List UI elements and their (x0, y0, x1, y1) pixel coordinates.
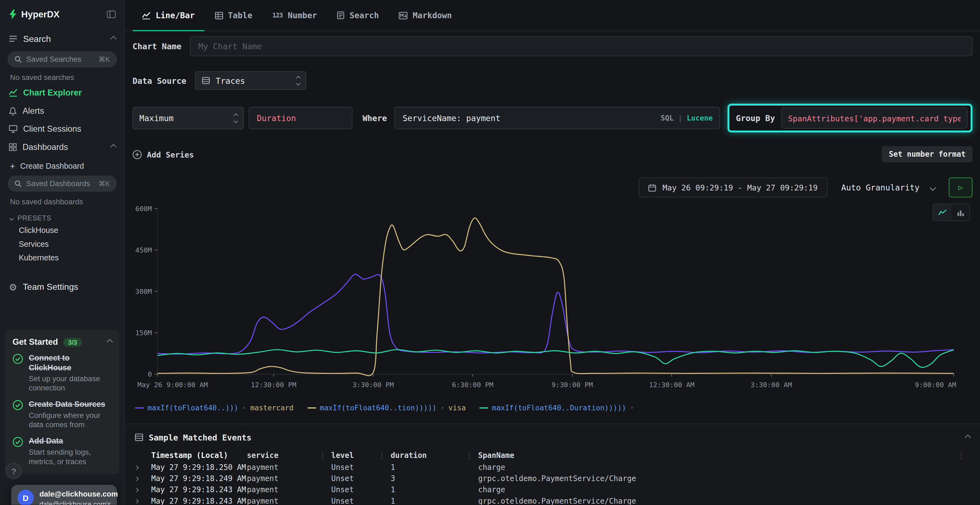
preset-item-kubernetes[interactable]: Kubernetes (0, 251, 124, 265)
user-account-chip[interactable]: D dale@clickhouse.com dale@clickhouse.co… (11, 485, 117, 505)
events-table-header: Timestamp (Local) service⋮ level⋮ durati… (135, 449, 970, 462)
tab-markdown[interactable]: Markdown (390, 0, 461, 31)
sql-mode-toggle[interactable]: SQL (661, 114, 674, 122)
table-row[interactable]: May 27 9:29:18.250 AMpaymentUnset1charge (135, 462, 970, 473)
aggregation-field-input[interactable] (249, 107, 353, 130)
legend-series-swatch (307, 407, 316, 409)
table-row[interactable]: May 27 9:29:18.243 AMpaymentUnset1grpc.o… (135, 495, 970, 505)
where-input-wrap: SQL | Lucene (395, 107, 720, 130)
legend-separator: · (242, 403, 247, 412)
user-org: dale@clickhouse.com's (40, 500, 118, 505)
tab-search[interactable]: Search (328, 0, 388, 31)
table-cell: payment (247, 463, 331, 472)
tab-label: Number (288, 11, 317, 20)
legend-item[interactable]: maxIf(toFloat640..)))·mastercard (135, 403, 293, 412)
table-row[interactable]: May 27 9:29:18.249 AMpaymentUnset3grpc.o… (135, 473, 970, 484)
tab-label: Search (350, 11, 379, 20)
help-button[interactable]: ? (6, 464, 21, 479)
row-expand-icon (134, 476, 139, 481)
tab-line-bar[interactable]: Line/Bar (132, 0, 204, 31)
chart-explorer-icon (9, 89, 18, 97)
sidebar-section-search[interactable]: Search (0, 27, 124, 48)
hyperdx-logo-icon (9, 9, 17, 19)
set-number-format-button[interactable]: Set number format (882, 146, 973, 162)
granularity-select[interactable]: Auto Granularity (841, 183, 935, 192)
check-circle-icon (13, 353, 23, 364)
column-header-spanname[interactable]: SpanName⋮ (478, 451, 970, 460)
preset-item-clickhouse[interactable]: ClickHouse (0, 224, 124, 238)
get-started-item-desc: Configure where your data comes from (29, 411, 112, 430)
column-header-service[interactable]: service⋮ (247, 451, 331, 460)
presets-header[interactable]: PRESETS (0, 208, 124, 224)
tab-table[interactable]: Table (205, 0, 262, 31)
bar-chart-toggle-icon[interactable] (951, 204, 969, 221)
table-cell: Unset (331, 497, 391, 505)
svg-text:300M: 300M (135, 287, 152, 295)
logo-row: HyperDX (0, 0, 124, 27)
data-source-select[interactable]: Traces (195, 71, 307, 90)
saved-searches-input[interactable]: Saved Searches ⌘K (8, 51, 117, 67)
add-series-button[interactable]: Add Series (132, 150, 194, 159)
shortcut-badge: ⌘K (99, 55, 110, 64)
table-menu-icon: ⋮ (958, 451, 965, 460)
get-started-item[interactable]: Connect to ClickHouse Set up your databa… (13, 353, 112, 393)
get-started-header[interactable]: Get Started 3/3 (13, 337, 112, 347)
chevron-up-icon (110, 144, 116, 150)
tab-number[interactable]: 123 Number (263, 0, 326, 31)
get-started-item[interactable]: Create Data Sources Configure where your… (13, 400, 112, 430)
line-chart-toggle-icon[interactable] (933, 204, 951, 221)
sidebar-item-chart-explorer[interactable]: Chart Explorer (0, 84, 124, 102)
svg-text:3:30:00 PM: 3:30:00 PM (353, 381, 394, 389)
line-chart[interactable]: 600M450M300M150M0May 26 9:00:00 AM12:30:… (132, 203, 973, 401)
preset-item-services[interactable]: Services (0, 237, 124, 251)
lucene-mode-toggle[interactable]: Lucene (687, 114, 713, 122)
chart-display-toggle (932, 203, 970, 221)
saved-dashboards-input[interactable]: Saved Dashboards ⌘K (8, 176, 117, 192)
column-header-level[interactable]: level⋮ (331, 451, 391, 460)
tab-label: Table (228, 11, 252, 20)
svg-text:450M: 450M (135, 246, 152, 254)
search-icon (14, 180, 22, 187)
sidebar-item-alerts[interactable]: Alerts (0, 102, 124, 120)
mode-divider: | (678, 114, 682, 122)
events-collapse-icon[interactable] (965, 434, 971, 440)
chart-legend: maxIf(toFloat640..)))·mastercardmaxIf(to… (135, 403, 973, 412)
get-started-item-title: Connect to ClickHouse (29, 353, 112, 373)
aggregation-select[interactable]: Maximum (132, 107, 244, 130)
sidebar-item-client-sessions[interactable]: Client Sessions (0, 120, 124, 138)
chevron-down-icon (9, 216, 14, 220)
group-by-input[interactable] (781, 108, 967, 129)
column-header-timestamp[interactable]: Timestamp (Local) (151, 451, 247, 460)
events-table-icon (135, 434, 143, 441)
table-cell: Unset (331, 474, 391, 483)
column-menu-icon: ⋮ (466, 451, 473, 460)
row-expand-icon (134, 465, 139, 469)
search-section-icon (9, 35, 18, 43)
legend-expression: maxIf(toFloat640..))) (148, 403, 239, 412)
legend-separator: · (441, 403, 445, 412)
bell-icon (9, 106, 17, 115)
search-icon (14, 56, 22, 63)
get-started-item[interactable]: Add Data Start sending logs, metrics, or… (13, 437, 112, 466)
create-dashboard-button[interactable]: + Create Dashboard (0, 156, 124, 172)
date-range-picker[interactable]: May 26 09:29:19 - May 27 09:29:19 (639, 178, 827, 197)
column-header-duration[interactable]: duration⋮ (391, 451, 478, 460)
run-query-button[interactable]: ▷ (949, 178, 972, 197)
table-cell: grpc.oteldemo.PaymentService/Charge (478, 474, 970, 483)
svg-text:600M: 600M (135, 205, 152, 213)
legend-item[interactable]: maxIf(toFloat640..Duration)))))· (479, 403, 638, 412)
sidebar-item-dashboards[interactable]: Dashboards (0, 138, 124, 156)
legend-item[interactable]: maxIf(toFloat640..tion)))))·visa (307, 403, 466, 412)
tab-label: Markdown (413, 11, 452, 20)
column-menu-icon: ⋮ (319, 451, 326, 460)
svg-text:12:30:00 AM: 12:30:00 AM (649, 381, 694, 389)
sidebar-collapse-icon[interactable] (107, 11, 116, 18)
where-label: Where (363, 113, 387, 123)
search-tab-icon (337, 11, 345, 19)
sidebar-item-team-settings[interactable]: ⚙ Team Settings (0, 275, 124, 295)
table-row[interactable]: May 27 9:29:18.243 AMpaymentUnset1charge (135, 484, 970, 495)
no-saved-searches-text: No saved searches (0, 67, 124, 84)
chart-name-input[interactable] (190, 36, 973, 56)
date-range-value: May 26 09:29:19 - May 27 09:29:19 (663, 183, 818, 192)
sample-matched-events-panel: Sample Matched Events Timestamp (Local) … (125, 424, 980, 505)
